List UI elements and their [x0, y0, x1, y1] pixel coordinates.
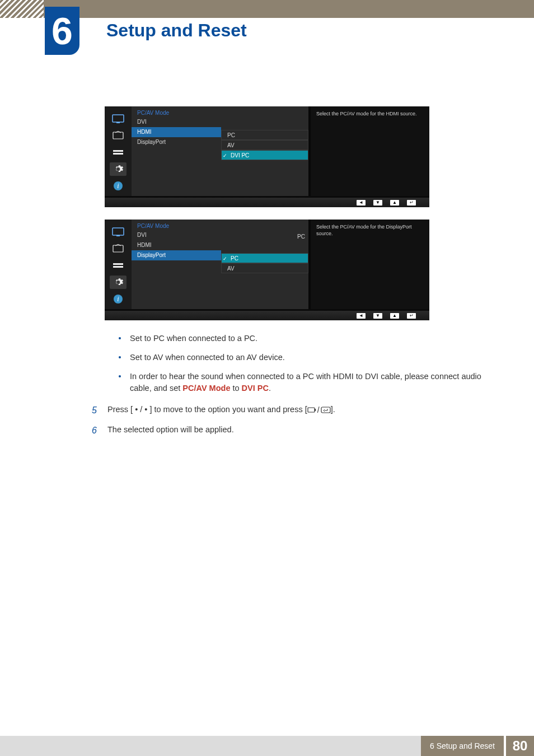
svg-rect-0	[113, 115, 124, 122]
info-tab-icon: i	[110, 292, 127, 306]
osd-item-displayport: DisplayPort	[132, 137, 221, 147]
svg-rect-7	[113, 228, 124, 235]
svg-rect-10	[113, 263, 123, 265]
chapter-box: 6	[45, 7, 79, 55]
button-icons: /	[307, 404, 331, 416]
osd-item-label: DVI	[137, 232, 147, 238]
osd-help: Select the PC/AV mode for the HDMI sourc…	[308, 106, 429, 196]
top-bar	[0, 0, 534, 18]
source-icon	[307, 407, 316, 413]
nav-up-icon: ▲	[390, 200, 399, 206]
footer-label: 6 Setup and Reset	[421, 736, 504, 756]
onscreen-tab-icon	[110, 146, 127, 159]
bullet-pc: Set to PC when connected to a PC.	[116, 333, 500, 345]
svg-rect-4	[113, 153, 123, 155]
nav-left-icon: ◄	[357, 200, 366, 206]
svg-rect-1	[116, 122, 120, 123]
svg-rect-9	[113, 245, 123, 252]
nav-enter-icon: ↵	[407, 313, 416, 319]
step-number: 6	[92, 424, 100, 437]
picture-tab-icon	[110, 112, 127, 125]
setup-tab-icon	[110, 276, 127, 289]
osd-item-hdmi: HDMI	[132, 127, 221, 137]
osd-submenu: PC PC AV	[221, 220, 308, 309]
text: ] to move to the option you want and pre…	[147, 405, 307, 414]
osd-nav: ◄ ▼ ▲ ↵	[105, 309, 429, 320]
nav-enter-icon: ↵	[407, 200, 416, 206]
osd-tabs: i	[105, 106, 132, 196]
osd-current-value: PC	[297, 234, 305, 240]
osd-screenshot-displayport: i PC/AV Mode DVI HDMI DisplayPort PC PC …	[105, 220, 429, 320]
picture2-tab-icon	[110, 129, 127, 142]
slash: /	[138, 405, 144, 414]
svg-rect-3	[113, 150, 123, 152]
osd-menu: PC/AV Mode DVI HDMI DisplayPort	[132, 106, 221, 196]
osd-menu: PC/AV Mode DVI HDMI DisplayPort	[132, 220, 221, 309]
osd-menu-title: PC/AV Mode	[132, 220, 221, 230]
red-text: PC/AV Mode	[182, 384, 230, 393]
picture-tab-icon	[110, 225, 127, 239]
svg-rect-2	[113, 132, 123, 139]
bullet-av: Set to AV when connected to an AV device…	[116, 352, 500, 364]
step-text: Press [ • / • ] to move to the option yo…	[107, 404, 335, 417]
nav-left-icon: ◄	[357, 313, 366, 319]
page-title: Setup and Reset	[106, 20, 247, 41]
info-tab-icon: i	[110, 179, 127, 193]
svg-text:i: i	[117, 295, 119, 303]
nav-down-icon: ▼	[373, 200, 382, 206]
text: to	[230, 384, 241, 393]
osd-subitem-pc: PC	[221, 130, 308, 140]
chapter-number: 6	[51, 9, 73, 53]
text: ].	[331, 405, 335, 414]
hatch-decoration	[0, 0, 44, 18]
svg-rect-14	[308, 408, 315, 412]
osd-item-hdmi: HDMI	[132, 240, 221, 250]
osd-screenshot-hdmi: i PC/AV Mode DVI HDMI DisplayPort PC AV …	[105, 106, 429, 207]
text: .	[269, 384, 271, 393]
picture2-tab-icon	[110, 242, 127, 255]
osd-nav: ◄ ▼ ▲ ↵	[105, 196, 429, 207]
step-6: 6 The selected option will be applied.	[92, 424, 500, 437]
setup-tab-icon	[110, 162, 127, 176]
osd-subitem-dvipc: DVI PC	[221, 150, 308, 160]
osd-help: Select the PC/AV mode for the DisplayPor…	[308, 220, 429, 309]
osd-submenu: PC AV DVI PC	[221, 106, 308, 196]
svg-text:i: i	[117, 182, 119, 190]
step-number: 5	[92, 404, 100, 417]
svg-rect-11	[113, 266, 123, 268]
bullet-dvipc: In order to hear the sound when connecte…	[116, 371, 500, 395]
osd-item-displayport: DisplayPort	[132, 250, 221, 260]
svg-rect-8	[116, 235, 120, 236]
step-5: 5 Press [ • / • ] to move to the option …	[92, 404, 500, 417]
osd-item-dvi: DVI	[132, 230, 221, 240]
svg-rect-15	[315, 409, 316, 411]
step-text: The selected option will be applied.	[107, 424, 234, 437]
osd-item-dvi: DVI	[132, 117, 221, 127]
footer: 6 Setup and Reset 80	[0, 736, 534, 756]
osd-menu-title: PC/AV Mode	[132, 106, 221, 117]
nav-down-icon: ▼	[373, 313, 382, 319]
footer-page: 80	[504, 736, 534, 756]
bullet-list: Set to PC when connected to a PC. Set to…	[116, 333, 500, 395]
red-text: DVI PC	[242, 384, 269, 393]
nav-up-icon: ▲	[390, 313, 399, 319]
onscreen-tab-icon	[110, 259, 127, 272]
svg-rect-16	[321, 407, 330, 413]
osd-tabs: i	[105, 220, 132, 309]
osd-subitem-av: AV	[221, 263, 308, 273]
osd-subitem-pc: PC	[221, 253, 308, 263]
content: i PC/AV Mode DVI HDMI DisplayPort PC AV …	[0, 106, 534, 444]
enter-icon	[321, 407, 331, 413]
footer-grey	[0, 736, 421, 756]
osd-subitem-av: AV	[221, 140, 308, 150]
text: Press [	[107, 405, 135, 414]
